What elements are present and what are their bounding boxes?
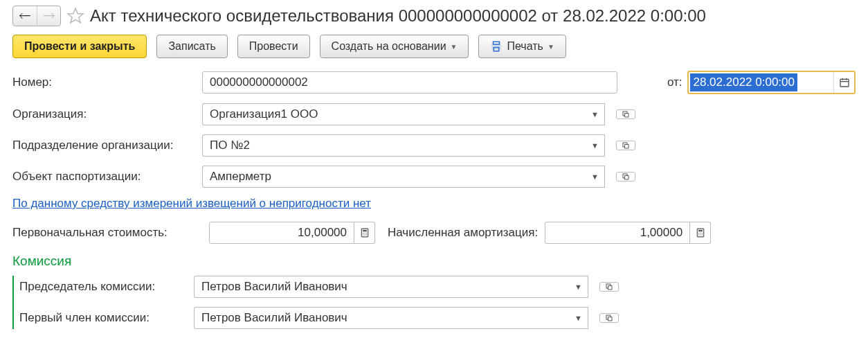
- svg-point-13: [363, 233, 363, 233]
- chevron-down-icon[interactable]: ▼: [569, 276, 588, 298]
- commission-chair-value[interactable]: Петров Василий Иванович: [194, 276, 569, 298]
- chevron-down-icon[interactable]: ▼: [586, 103, 605, 125]
- organization-value[interactable]: Организация1 ООО: [202, 103, 586, 125]
- calculator-icon[interactable]: [690, 222, 711, 244]
- nav-back-button[interactable]: 🡐: [13, 6, 37, 26]
- date-value-selected[interactable]: 28.02.2022 0:00:00: [690, 73, 797, 91]
- open-card-button[interactable]: [599, 313, 619, 323]
- post-button[interactable]: Провести: [237, 35, 310, 58]
- open-card-button[interactable]: [616, 141, 635, 150]
- initial-cost-label: Первоначальная стоимость:: [12, 226, 202, 240]
- nav-button-group: 🡐 🡒: [12, 6, 61, 26]
- calendar-icon[interactable]: [833, 72, 854, 93]
- date-input[interactable]: 28.02.2022 0:00:00: [687, 71, 856, 94]
- calculator-icon[interactable]: [354, 222, 375, 244]
- create-based-on-button[interactable]: Создать на основании ▼: [320, 35, 469, 58]
- no-notices-link[interactable]: По данному средству измерений извещений …: [12, 197, 371, 211]
- commission-chair-dropdown[interactable]: Петров Василий Иванович ▼: [194, 276, 588, 298]
- chevron-down-icon: ▼: [548, 43, 554, 51]
- commission-chair-label: Председатель комиссии:: [19, 280, 187, 294]
- svg-point-21: [698, 233, 699, 233]
- open-card-button[interactable]: [616, 172, 635, 182]
- amortization-input[interactable]: 1,00000: [545, 222, 690, 244]
- organization-dropdown[interactable]: Организация1 ООО ▼: [202, 103, 605, 125]
- svg-point-16: [363, 234, 363, 235]
- page-title: Акт технического освидетельствования 000…: [90, 6, 706, 26]
- initial-cost-input[interactable]: 10,00000: [209, 222, 354, 244]
- object-label: Объект паспортизации:: [12, 170, 195, 184]
- svg-point-26: [701, 234, 702, 235]
- object-dropdown[interactable]: Амперметр ▼: [202, 166, 605, 188]
- toolbar: Провести и закрыть Записать Провести Соз…: [12, 35, 856, 58]
- svg-marker-0: [68, 8, 83, 23]
- nav-forward-button: 🡒: [37, 6, 60, 26]
- svg-point-17: [364, 234, 365, 235]
- svg-point-14: [364, 233, 365, 233]
- svg-point-25: [700, 234, 700, 235]
- svg-rect-12: [363, 230, 367, 231]
- print-button[interactable]: Печать ▼: [478, 35, 566, 58]
- organization-label: Организация:: [12, 107, 195, 121]
- date-label: от:: [667, 76, 682, 89]
- open-card-button[interactable]: [599, 282, 619, 292]
- commission-member1-value[interactable]: Петров Василий Иванович: [194, 307, 569, 329]
- department-value[interactable]: ПО №2: [202, 134, 586, 157]
- favorite-star-icon[interactable]: [66, 7, 84, 25]
- svg-point-23: [701, 233, 702, 233]
- svg-point-22: [700, 233, 700, 233]
- chevron-down-icon[interactable]: ▼: [586, 134, 605, 157]
- post-and-close-button[interactable]: Провести и закрыть: [12, 35, 147, 58]
- arrow-right-icon: 🡒: [43, 9, 55, 24]
- number-label: Номер:: [12, 76, 195, 89]
- printer-icon: [490, 40, 503, 53]
- amortization-label: Начисленная амортизация:: [388, 226, 538, 240]
- commission-member1-label: Первый член комиссии:: [19, 311, 187, 325]
- chevron-down-icon: ▼: [451, 43, 458, 51]
- chevron-down-icon[interactable]: ▼: [586, 166, 605, 188]
- svg-rect-20: [698, 230, 703, 231]
- svg-rect-4: [840, 79, 849, 87]
- svg-point-24: [698, 234, 699, 235]
- object-value[interactable]: Амперметр: [202, 166, 586, 188]
- svg-point-18: [365, 234, 366, 235]
- chevron-down-icon[interactable]: ▼: [569, 307, 588, 329]
- arrow-left-icon: 🡐: [19, 9, 31, 24]
- department-label: Подразделение организации:: [12, 139, 195, 152]
- commission-member1-dropdown[interactable]: Петров Василий Иванович ▼: [194, 307, 588, 329]
- commission-section-title: Комиссия: [12, 254, 856, 269]
- department-dropdown[interactable]: ПО №2 ▼: [202, 134, 605, 157]
- number-input[interactable]: 000000000000002: [202, 71, 617, 94]
- svg-point-15: [365, 233, 366, 233]
- save-button[interactable]: Записать: [156, 35, 227, 58]
- open-card-button[interactable]: [616, 109, 635, 119]
